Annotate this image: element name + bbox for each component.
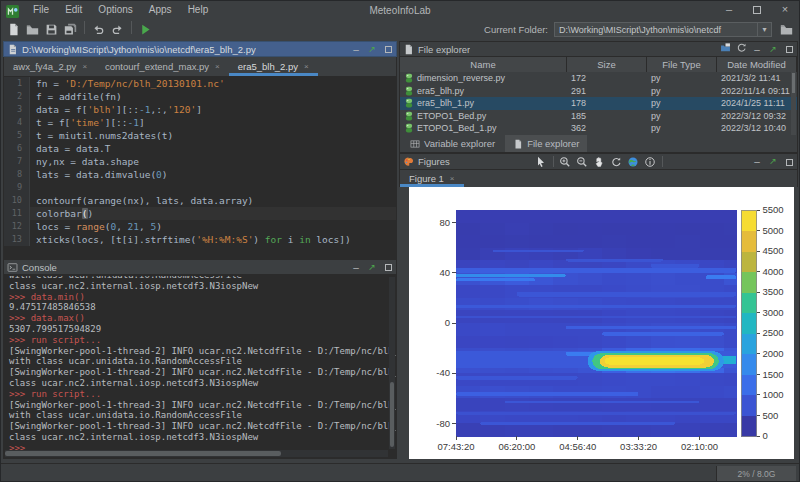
maximize-button[interactable] bbox=[743, 1, 771, 19]
console-panel[interactable]: with class ucar.unidata.io.RandomAccessF… bbox=[3, 275, 397, 459]
close-icon[interactable]: × bbox=[450, 174, 455, 183]
close-button[interactable]: × bbox=[771, 1, 799, 19]
info-icon bbox=[644, 156, 656, 168]
editor-caption-bar[interactable]: D:\Working\MIScript\Jython\mis\io\netcdf… bbox=[3, 41, 397, 57]
code-text: xticks(locs, [t[i].strftime('%H:%M:%S') … bbox=[30, 233, 396, 246]
close-icon[interactable]: × bbox=[304, 62, 309, 71]
figures-icon bbox=[403, 156, 414, 167]
zoom-in-button[interactable] bbox=[557, 154, 574, 169]
menu-apps[interactable]: Apps bbox=[141, 1, 180, 19]
save-all-button[interactable] bbox=[61, 21, 80, 39]
redo-button[interactable] bbox=[108, 21, 127, 39]
line-number: 6 bbox=[4, 142, 30, 155]
console-vertical-scrollbar[interactable] bbox=[389, 277, 395, 449]
tab-variable-explorer[interactable]: Variable explorer bbox=[402, 135, 503, 152]
menu-options[interactable]: Options bbox=[90, 1, 140, 19]
table-row[interactable]: ETOPO1_Bed.py185py2022/3/12 09:32 bbox=[400, 110, 797, 123]
file-explorer-maximize-button[interactable] bbox=[781, 42, 797, 57]
figures-caption-buttons: –↗ bbox=[749, 154, 797, 169]
python-file-icon bbox=[404, 86, 414, 96]
code-line: 8lats = data.dimvalue(0) bbox=[4, 168, 396, 181]
console-float-button[interactable]: ↗ bbox=[364, 260, 380, 275]
table-row[interactable]: ETOPO1_Bed_1.py362py2022/3/12 10:40 bbox=[400, 122, 797, 135]
column-header-size[interactable]: Size bbox=[567, 57, 647, 72]
minimize-button[interactable]: – bbox=[715, 1, 743, 19]
console-minimize-button[interactable]: – bbox=[348, 260, 364, 275]
tab-file-explorer[interactable]: File explorer bbox=[505, 135, 587, 152]
file-table-scrollbar[interactable] bbox=[791, 72, 796, 135]
line-number: 10 bbox=[4, 194, 30, 207]
file-name-cell: ETOPO1_Bed_1.py bbox=[400, 122, 567, 135]
figures-caption-bar[interactable]: Figures –↗ bbox=[399, 153, 798, 170]
refresh-icon[interactable] bbox=[733, 42, 749, 57]
globe-button[interactable] bbox=[625, 154, 642, 169]
svg-text:04:56:40: 04:56:40 bbox=[559, 441, 596, 452]
svg-text:500: 500 bbox=[763, 410, 779, 421]
zoom-in-icon bbox=[559, 156, 571, 168]
pan-button[interactable] bbox=[591, 154, 608, 169]
code-line: 11colorbar() bbox=[4, 207, 396, 220]
console-caption-bar[interactable]: Console –↗ bbox=[3, 259, 397, 275]
file-explorer-caption-bar[interactable]: File explorer –↗ bbox=[399, 41, 798, 57]
new-file-icon bbox=[7, 23, 20, 36]
column-header-name[interactable]: Name bbox=[400, 57, 567, 72]
console-icon bbox=[7, 262, 18, 273]
editor-tab-contourf_extend_max.py[interactable]: contourf_extend_max.py× bbox=[96, 57, 229, 76]
file-explorer-minimize-button[interactable]: – bbox=[749, 42, 765, 57]
figures-float-button[interactable]: ↗ bbox=[765, 154, 781, 169]
undo-icon bbox=[92, 23, 105, 36]
close-icon[interactable]: × bbox=[215, 62, 220, 71]
table-row[interactable]: dimension_reverse.py172py2021/3/2 11:41 bbox=[400, 72, 797, 85]
current-folder-combo[interactable]: D:\Working\MIScript\Jython\mis\io\netcdf… bbox=[554, 22, 772, 37]
column-header-date-modified[interactable]: Date Modified bbox=[717, 57, 797, 72]
python-file-icon bbox=[404, 73, 414, 83]
console-maximize-button[interactable] bbox=[380, 260, 396, 275]
run-button[interactable] bbox=[136, 21, 155, 39]
open-folder-button[interactable] bbox=[23, 21, 42, 39]
pointer-icon bbox=[535, 156, 547, 168]
close-icon[interactable]: × bbox=[82, 62, 87, 71]
pan-icon bbox=[593, 156, 605, 168]
figures-maximize-button[interactable] bbox=[781, 154, 797, 169]
line-number: 2 bbox=[4, 90, 30, 103]
rotate-button[interactable] bbox=[608, 154, 625, 169]
zoom-out-button[interactable] bbox=[574, 154, 591, 169]
file-table: dimension_reverse.py172py2021/3/2 11:41e… bbox=[399, 72, 798, 135]
code-line: 3data = f['blh'][::-1,:,'120'] bbox=[4, 103, 396, 116]
chevron-down-icon[interactable]: ▾ bbox=[757, 23, 771, 36]
editor-maximize-button[interactable] bbox=[380, 42, 396, 57]
console-horizontal-scrollbar[interactable] bbox=[5, 450, 388, 457]
maximize-icon bbox=[786, 159, 793, 166]
table-row[interactable]: era5_blh_1.py178py2024/1/25 11:11 bbox=[400, 97, 797, 110]
file-name-cell: era5_blh_1.py bbox=[400, 97, 567, 110]
editor-float-button[interactable]: ↗ bbox=[364, 42, 380, 57]
code-text: f = addfile(fn) bbox=[30, 90, 396, 103]
python-file-icon bbox=[404, 123, 414, 133]
open-folder-icon[interactable] bbox=[717, 42, 733, 57]
save-button[interactable] bbox=[42, 21, 61, 39]
browse-folder-button[interactable] bbox=[777, 22, 795, 38]
menu-file[interactable]: File bbox=[25, 1, 57, 19]
info-button[interactable] bbox=[642, 154, 659, 169]
table-row[interactable]: era5_blh.py291py2022/11/14 09:11 bbox=[400, 85, 797, 98]
column-header-file-type[interactable]: File Type bbox=[647, 57, 717, 72]
menu-edit[interactable]: Edit bbox=[57, 1, 90, 19]
tab-figure-1[interactable]: Figure 1× bbox=[400, 170, 464, 187]
menu-help[interactable]: Help bbox=[180, 1, 217, 19]
undo-button[interactable] bbox=[89, 21, 108, 39]
file-explorer-float-button[interactable]: ↗ bbox=[765, 42, 781, 57]
file-type-cell: py bbox=[647, 110, 717, 123]
maximize-icon bbox=[753, 6, 761, 14]
editor-tab-era5_blh_2.py[interactable]: era5_blh_2.py× bbox=[229, 57, 318, 76]
code-editor[interactable]: 1fn = 'D:/Temp/nc/blh_20130101.nc'2f = a… bbox=[3, 76, 397, 259]
memory-indicator[interactable]: 2% / 8.0G bbox=[716, 466, 796, 482]
editor-minimize-button[interactable]: – bbox=[348, 42, 364, 57]
console-line: 5307.799517594829 bbox=[4, 324, 396, 335]
code-text: locs = range(0, 21, 5) bbox=[30, 220, 396, 233]
svg-text:5500: 5500 bbox=[763, 204, 784, 215]
figures-minimize-button[interactable]: – bbox=[749, 154, 765, 169]
pointer-button[interactable] bbox=[533, 154, 550, 169]
new-file-button[interactable] bbox=[4, 21, 23, 39]
figure-canvas[interactable]: 80400-40-8007:43:2006:20:0004:56:4003:33… bbox=[409, 187, 794, 459]
editor-tab-awx_fy4a_2.py[interactable]: awx_fy4a_2.py× bbox=[4, 57, 96, 76]
